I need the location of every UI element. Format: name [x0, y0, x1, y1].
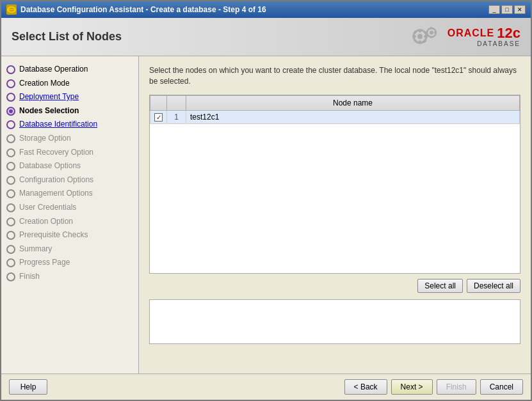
header-bar: Select List of Nodes ORACLE [1, 18, 531, 56]
footer: Help < Back Next > Finish Cancel [1, 373, 531, 400]
main-content: Database Operation Creation Mode Deploym… [1, 56, 531, 373]
svg-rect-4 [419, 29, 421, 33]
svg-rect-5 [419, 40, 421, 44]
sidebar-dot-user-credentials [6, 203, 15, 212]
sidebar-label-progress-page: Progress Page [19, 258, 70, 268]
page-title: Select List of Nodes [12, 30, 122, 43]
row-num-cell: 1 [167, 110, 186, 123]
sidebar-label-creation-option: Creation Option [19, 217, 73, 227]
sidebar-item-creation-option: Creation Option [1, 215, 138, 229]
sidebar: Database Operation Creation Mode Deploym… [1, 56, 139, 373]
sidebar-item-database-options: Database Options [1, 159, 138, 173]
sidebar-label-nodes-selection: Nodes Selection [19, 106, 79, 116]
sidebar-dot-nodes-selection [6, 107, 15, 116]
sidebar-item-progress-page: Progress Page [1, 256, 138, 270]
oracle-version-text: 12c [497, 26, 520, 40]
row-checkbox[interactable] [154, 113, 163, 122]
help-button[interactable]: Help [9, 379, 47, 395]
sidebar-item-management-options: Management Options [1, 187, 138, 201]
sidebar-label-configuration-options: Configuration Options [19, 175, 93, 185]
sidebar-label-management-options: Management Options [19, 189, 93, 199]
sidebar-item-database-identification[interactable]: Database Identification [1, 118, 138, 132]
sidebar-item-finish: Finish [1, 270, 138, 284]
nodes-table: Node name 1 test12c1 [150, 95, 520, 124]
cancel-button[interactable]: Cancel [480, 379, 523, 395]
sidebar-item-database-operation: Database Operation [1, 63, 138, 77]
sidebar-item-fast-recovery-option: Fast Recovery Option [1, 146, 138, 160]
deselect-all-button[interactable]: Deselect all [467, 279, 520, 293]
sidebar-label-deployment-type: Deployment Type [19, 92, 79, 102]
sidebar-label-database-options: Database Options [19, 161, 81, 171]
sidebar-dot-management-options [6, 189, 15, 198]
sidebar-label-fast-recovery-option: Fast Recovery Option [19, 148, 93, 158]
sidebar-dot-creation-option [6, 217, 15, 226]
details-panel [149, 299, 520, 344]
main-window: Database Configuration Assistant - Creat… [0, 0, 532, 401]
svg-rect-13 [430, 36, 432, 38]
sidebar-label-storage-option: Storage Option [19, 134, 71, 144]
table-actions: Select all Deselect all [149, 279, 520, 293]
window-title: Database Configuration Assistant - Creat… [20, 5, 485, 14]
sidebar-label-database-operation: Database Operation [19, 65, 88, 75]
app-icon [6, 4, 17, 15]
sidebar-item-user-credentials: User Credentials [1, 201, 138, 215]
finish-button[interactable]: Finish [437, 379, 476, 395]
row-nodename-cell: test12c1 [186, 110, 520, 123]
minimize-button[interactable]: _ [488, 5, 500, 14]
svg-rect-15 [434, 31, 437, 33]
sidebar-item-deployment-type[interactable]: Deployment Type [1, 90, 138, 104]
sidebar-label-database-identification: Database Identification [19, 120, 97, 130]
sidebar-dot-storage-option [6, 134, 15, 143]
sidebar-item-storage-option: Storage Option [1, 132, 138, 146]
sidebar-label-prerequisite-checks: Prerequisite Checks [19, 230, 88, 240]
sidebar-dot-deployment-type [6, 93, 15, 102]
table-row: 1 test12c1 [150, 110, 520, 123]
sidebar-label-summary: Summary [19, 244, 52, 255]
instruction-text: Select the nodes on which you want to cr… [149, 65, 520, 87]
sidebar-dot-database-operation [6, 65, 15, 74]
maximize-button[interactable]: □ [501, 5, 513, 14]
sidebar-label-finish: Finish [19, 272, 40, 282]
sidebar-item-configuration-options: Configuration Options [1, 173, 138, 187]
nodes-table-container: Node name 1 test12c1 [149, 95, 520, 274]
sidebar-item-prerequisite-checks: Prerequisite Checks [1, 228, 138, 242]
next-button[interactable]: Next > [391, 379, 433, 395]
close-button[interactable]: ✕ [514, 5, 526, 14]
sidebar-dot-progress-page [6, 258, 15, 267]
oracle-brand-text: ORACLE [447, 28, 495, 39]
svg-rect-6 [412, 35, 416, 38]
sidebar-label-user-credentials: User Credentials [19, 203, 76, 213]
sidebar-dot-prerequisite-checks [6, 231, 15, 240]
sidebar-dot-creation-mode [6, 79, 15, 88]
svg-rect-12 [430, 27, 432, 29]
col-node-name: Node name [186, 95, 520, 110]
sidebar-dot-database-options [6, 162, 15, 171]
sidebar-dot-configuration-options [6, 176, 15, 185]
svg-rect-14 [424, 31, 427, 33]
svg-rect-7 [424, 35, 428, 38]
gear-decorative-icon [407, 22, 442, 51]
window-controls: _ □ ✕ [488, 5, 526, 14]
svg-point-3 [417, 34, 423, 39]
sidebar-item-creation-mode: Creation Mode [1, 77, 138, 91]
sidebar-item-nodes-selection: Nodes Selection [1, 104, 138, 118]
sidebar-item-summary: Summary [1, 242, 138, 256]
sidebar-dot-fast-recovery-option [6, 148, 15, 157]
row-checkbox-cell [150, 110, 167, 123]
col-checkbox [150, 95, 167, 110]
title-bar: Database Configuration Assistant - Creat… [1, 1, 531, 18]
sidebar-dot-summary [6, 245, 15, 254]
sidebar-dot-database-identification [6, 120, 15, 129]
oracle-sub-text: DATABASE [477, 40, 520, 47]
svg-point-11 [430, 31, 433, 35]
navigation-buttons: < Back Next > Finish Cancel [344, 379, 523, 395]
sidebar-dot-finish [6, 272, 15, 281]
col-num [167, 95, 186, 110]
content-area: Select the nodes on which you want to cr… [139, 56, 531, 373]
select-all-button[interactable]: Select all [417, 279, 463, 293]
sidebar-label-creation-mode: Creation Mode [19, 79, 70, 89]
back-button[interactable]: < Back [344, 379, 387, 395]
oracle-logo: ORACLE 12c DATABASE [447, 26, 520, 47]
